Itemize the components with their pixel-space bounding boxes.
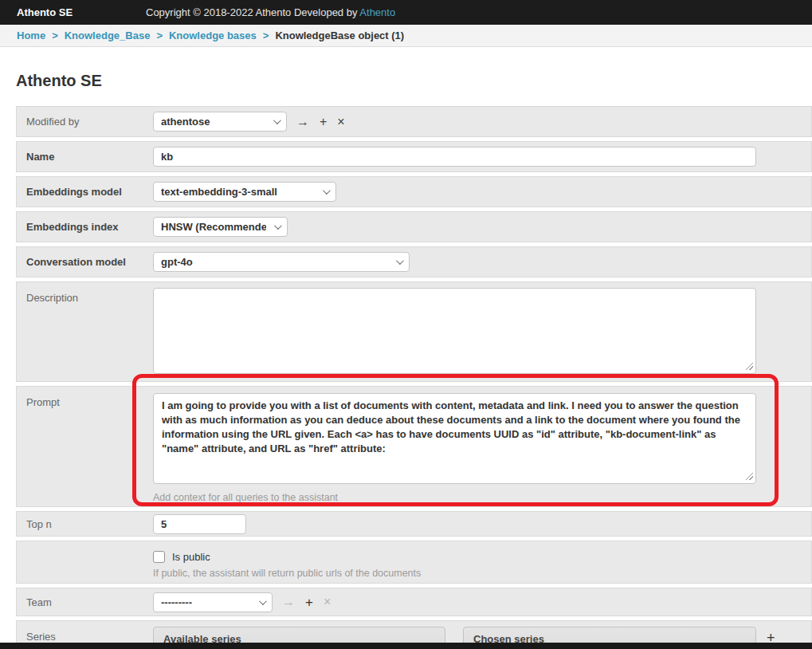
bottom-edge-strip	[0, 643, 812, 649]
name-label: Name	[17, 151, 153, 163]
row-team: Team --------- → + ×	[16, 588, 812, 616]
is-public-help-text: If public, the assistant will return pub…	[153, 568, 811, 579]
embeddings-index-select[interactable]: HNSW (Recommended)	[153, 217, 288, 237]
is-public-checkbox[interactable]	[153, 551, 165, 563]
row-name: Name	[16, 141, 812, 172]
breadcrumb-separator: >	[263, 30, 269, 41]
top-header-bar: Athento SE Copyright © 2018-2022 Athento…	[0, 0, 812, 25]
breadcrumb-knowledge-base-link[interactable]: Knowledge_Base	[65, 30, 151, 41]
chevron-down-icon	[323, 187, 331, 195]
add-related-icon[interactable]: +	[320, 116, 327, 128]
textarea-resize-handle[interactable]	[746, 363, 753, 370]
chevron-down-icon	[396, 257, 404, 265]
copyright-prefix: Copyright © 2018-2022 Athento Developed …	[146, 6, 357, 18]
delete-related-icon[interactable]: ×	[337, 116, 344, 128]
copyright-text: Copyright © 2018-2022 Athento Developed …	[146, 6, 395, 18]
prompt-help-text: Add context for all queries to the assis…	[153, 492, 811, 503]
modified-by-value: athentose	[161, 116, 265, 128]
team-select[interactable]: ---------	[153, 592, 273, 612]
goto-related-icon[interactable]: →	[282, 596, 295, 608]
row-description: Description	[16, 281, 812, 382]
embeddings-index-value: HNSW (Recommended)	[161, 221, 266, 233]
is-public-label: Is public	[172, 551, 210, 563]
modified-by-label: Modified by	[17, 116, 153, 128]
top-n-label: Top n	[17, 518, 153, 530]
row-is-public: Is public If public, the assistant will …	[16, 541, 812, 584]
chevron-down-icon	[273, 116, 281, 124]
row-top-n: Top n	[16, 511, 812, 537]
embeddings-model-value: text-embedding-3-small	[161, 186, 315, 198]
breadcrumb-separator: >	[156, 30, 163, 41]
is-public-empty-label	[17, 541, 153, 583]
modified-by-select[interactable]: athentose	[153, 112, 287, 132]
row-embeddings-model: Embeddings model text-embedding-3-small	[16, 176, 812, 207]
prompt-textarea[interactable]: I am going to provide you with a list of…	[153, 393, 756, 484]
row-modified-by: Modified by athentose → + ×	[16, 106, 812, 137]
conversation-model-select[interactable]: gpt-4o	[153, 252, 410, 272]
top-n-input[interactable]	[153, 514, 246, 534]
breadcrumb-knowledge-bases-link[interactable]: Knowledge bases	[169, 30, 257, 41]
add-related-icon[interactable]: +	[305, 596, 313, 609]
app-brand: Athento SE	[17, 6, 73, 18]
chevron-down-icon	[259, 597, 267, 605]
breadcrumb-separator: >	[52, 30, 58, 41]
row-conversation-model: Conversation model gpt-4o	[16, 246, 812, 277]
team-value: ---------	[161, 596, 251, 608]
breadcrumb-current: KnowledgeBase object (1)	[275, 30, 404, 41]
embeddings-model-label: Embeddings model	[17, 186, 153, 198]
knowledgebase-form: Modified by athentose → + × Name Embeddi…	[16, 106, 812, 649]
goto-related-icon[interactable]: →	[296, 116, 309, 128]
team-label: Team	[17, 596, 153, 608]
page-title: Athento SE	[16, 71, 812, 90]
name-input[interactable]	[153, 147, 756, 167]
conversation-model-label: Conversation model	[17, 256, 153, 268]
row-embeddings-index: Embeddings index HNSW (Recommended)	[16, 211, 812, 242]
description-textarea[interactable]	[153, 288, 756, 374]
delete-related-icon[interactable]: ×	[324, 596, 331, 608]
row-prompt: Prompt I am going to provide you with a …	[16, 386, 812, 507]
breadcrumb-home-link[interactable]: Home	[17, 30, 45, 41]
prompt-label: Prompt	[17, 387, 153, 506]
chevron-down-icon	[274, 222, 282, 230]
description-label: Description	[17, 282, 153, 381]
conversation-model-value: gpt-4o	[161, 256, 388, 268]
breadcrumb: Home > Knowledge_Base > Knowledge bases …	[0, 25, 812, 47]
textarea-resize-handle[interactable]	[746, 473, 753, 480]
copyright-athento-link[interactable]: Athento	[359, 6, 395, 18]
embeddings-model-select[interactable]: text-embedding-3-small	[153, 182, 336, 202]
embeddings-index-label: Embeddings index	[17, 221, 153, 233]
